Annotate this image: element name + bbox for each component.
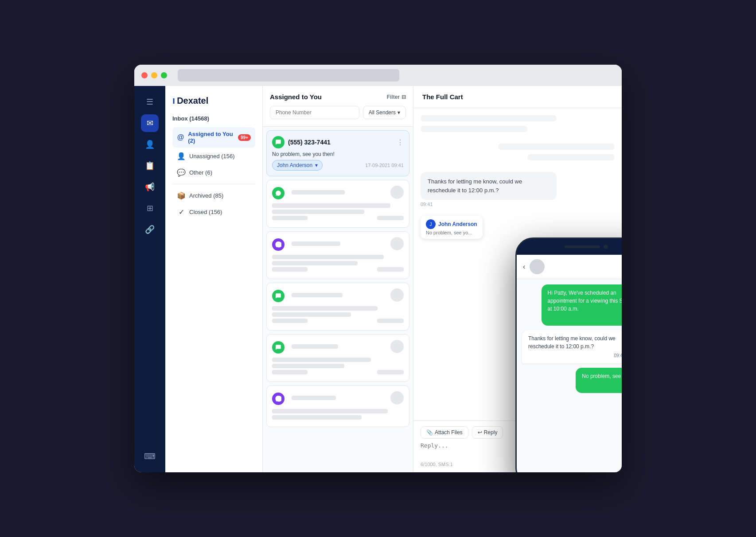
skeleton-line [272, 306, 378, 311]
nav-item-archived[interactable]: 📦 Archived (85) [172, 188, 255, 203]
conv-phone-number: (555) 323-7441 [288, 139, 331, 146]
brand-logo: ı Dexatel [172, 95, 255, 106]
skeleton-line [272, 267, 308, 272]
nav-item-unassigned[interactable]: 👤 Unassigned (156) [172, 148, 255, 164]
phone-chat-header: ‹ [517, 255, 622, 279]
sidebar: ☰ ✉ 👤 📋 📢 ⊞ 🔗 ⌨ [134, 86, 165, 472]
skeleton-line [292, 396, 336, 400]
conversation-item[interactable] [266, 283, 409, 331]
conv-list-title: Assigned to You Filter ⊟ [270, 93, 406, 101]
assignee-card-avatar: J [426, 219, 436, 229]
phone-contact-avatar [530, 259, 545, 274]
skeleton-line [272, 255, 384, 259]
phone-number-input[interactable] [270, 106, 359, 119]
conv-filters: All Senders ▾ [270, 106, 406, 119]
skeleton-line [272, 409, 388, 413]
sidebar-channels-icon[interactable]: 📋 [141, 157, 159, 175]
address-bar[interactable] [178, 69, 399, 82]
browser-toolbar [134, 65, 622, 86]
sidebar-contacts-icon[interactable]: 👤 [141, 136, 159, 153]
phone-notch [517, 239, 622, 255]
nav-item-assigned[interactable]: @ Assigned to You (2) 99+ [172, 127, 255, 148]
skeleton-line [421, 115, 557, 121]
skeleton-line [272, 203, 390, 208]
minimize-button[interactable] [151, 72, 157, 78]
skeleton-line [272, 261, 358, 265]
chat-header: The Full Cart [413, 86, 622, 108]
skeleton-line [527, 154, 615, 160]
phone-msg-time: 09:40 [548, 315, 622, 321]
conv-menu-icon[interactable]: ⋮ [397, 138, 404, 147]
conv-items: (555) 323-7441 ⋮ No problem, see you the… [263, 127, 413, 472]
skeleton-line [377, 267, 404, 272]
viber-channel-icon [272, 238, 284, 251]
viber-channel-icon [272, 393, 284, 405]
skeleton-avatar [390, 391, 404, 405]
incoming-message-block: Thanks for letting me know, could we res… [421, 172, 615, 207]
incoming-message-bubble: Thanks for letting me know, could we res… [421, 172, 557, 200]
conversation-item[interactable]: (555) 323-7441 ⋮ No problem, see you the… [266, 130, 409, 176]
brand-name: Dexatel [177, 96, 208, 106]
channels-icon: 📋 [145, 161, 155, 171]
phone-msg-text: No problem, see you then! [582, 373, 622, 379]
sms-channel-icon [272, 341, 284, 354]
conv-list-header: Assigned to You Filter ⊟ All Senders ▾ [263, 86, 413, 127]
skeleton-line [272, 216, 308, 220]
conversation-item[interactable] [266, 231, 409, 279]
skeleton-line [272, 312, 351, 317]
maximize-button[interactable] [161, 72, 167, 78]
skeleton-line [292, 241, 340, 246]
conv-item-header [272, 288, 404, 304]
skeleton-line [292, 344, 338, 349]
message-time: 09:41 [421, 202, 615, 207]
skeleton-avatar [390, 237, 404, 250]
sidebar-campaigns-icon[interactable]: 📢 [141, 178, 159, 196]
phone-message-incoming-1: Thanks for letting me know, could we res… [522, 330, 622, 363]
filter-button[interactable]: Filter ⊟ [387, 94, 406, 100]
phone-messages: Hi Patty, We've scheduled an appointment… [517, 279, 622, 472]
sms-channel-icon [272, 290, 284, 302]
sidebar-terminal-icon[interactable]: ⌨ [141, 448, 159, 465]
conversation-item[interactable] [266, 334, 409, 382]
conv-footer: John Anderson ▾ 17-09-2021 09:41 [272, 160, 404, 171]
sidebar-inbox-icon[interactable]: ✉ [141, 114, 159, 132]
sidebar-menu-icon[interactable]: ☰ [141, 93, 159, 111]
assignee-overlay-block: J John Anderson No problem, see yo... [421, 216, 615, 239]
chevron-down-icon: ▾ [315, 162, 318, 168]
close-button[interactable] [141, 72, 148, 78]
brand-icon: ı [172, 95, 175, 106]
sidebar-integrations-icon[interactable]: 🔗 [141, 221, 159, 238]
nav-item-other[interactable]: 💬 Other (6) [172, 165, 255, 180]
inbox-title: Inbox (14568) [172, 115, 255, 122]
nav-item-closed[interactable]: ✓ Closed (156) [172, 204, 255, 220]
other-label: Other (6) [189, 169, 212, 176]
assignee-chip[interactable]: John Anderson ▾ [272, 160, 323, 171]
conversation-list: Assigned to You Filter ⊟ All Senders ▾ [263, 86, 413, 472]
conversation-item[interactable] [266, 385, 409, 427]
phone-back-button[interactable]: ‹ [523, 263, 525, 271]
skeleton-line [292, 293, 343, 297]
phone-notch-bar [565, 245, 600, 248]
integrations-icon: 🔗 [145, 225, 155, 234]
conversation-item[interactable] [266, 180, 409, 228]
reply-button[interactable]: ↩ Reply [472, 426, 503, 439]
unassigned-label: Unassigned (156) [189, 153, 235, 160]
assignee-card: J John Anderson No problem, see yo... [421, 216, 483, 239]
skeleton-avatar [390, 288, 404, 302]
phone-msg-time: 09:41 [582, 382, 622, 389]
skeleton-line [377, 370, 404, 374]
attach-files-button[interactable]: 📎 Attach Files [421, 426, 468, 439]
skeleton-block [421, 115, 615, 135]
skeleton-avatar [390, 186, 404, 199]
chat-panel: The Full Cart Thanks for letting me know… [413, 86, 622, 472]
skeleton-line [272, 370, 308, 374]
sidebar-flows-icon[interactable]: ⊞ [141, 199, 159, 217]
phone-camera [604, 245, 608, 249]
assignee-card-name: John Anderson [438, 221, 477, 227]
campaigns-icon: 📢 [145, 182, 155, 192]
terminal-icon: ⌨ [144, 451, 156, 461]
other-icon: 💬 [177, 168, 186, 177]
conv-message-preview: No problem, see you then! [272, 151, 404, 157]
skeleton-block [421, 144, 615, 163]
sender-select[interactable]: All Senders ▾ [363, 106, 406, 119]
